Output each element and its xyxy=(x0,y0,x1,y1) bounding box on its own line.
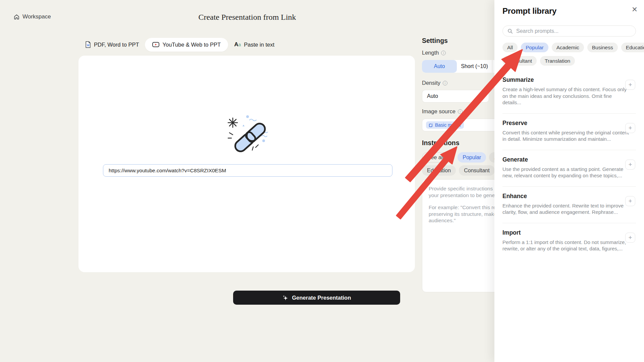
filter-chips-row1: All Popular Academic Business Education xyxy=(502,43,644,52)
filter-academic[interactable]: Academic xyxy=(552,43,584,52)
youtube-icon xyxy=(152,42,159,47)
tab-label: YouTube & Web to PPT xyxy=(162,42,221,48)
filter-popular[interactable]: Popular xyxy=(521,43,548,52)
tab-label: Paste in text xyxy=(244,42,274,48)
prompt-search[interactable] xyxy=(502,25,636,37)
prompt-item-summarize[interactable]: Summarize Create a high-level summary of… xyxy=(502,70,636,114)
density-select[interactable]: Auto xyxy=(422,90,489,103)
prompt-description: Create a high-level summary of this cont… xyxy=(502,86,631,106)
density-value: Auto xyxy=(427,93,438,99)
url-input[interactable] xyxy=(103,164,392,177)
prompt-library-title: Prompt library xyxy=(502,6,556,16)
add-prompt-button[interactable]: + xyxy=(625,80,635,90)
see-all-label: See all xyxy=(427,155,444,161)
link-input-card xyxy=(78,56,415,272)
tab-youtube-web[interactable]: YouTube & Web to PPT xyxy=(145,38,228,52)
tab-paste-text[interactable]: Aa Paste in text xyxy=(228,38,280,52)
info-icon[interactable]: i xyxy=(443,81,447,85)
prompt-name: Generate xyxy=(502,156,636,163)
length-option-short[interactable]: Short (~10) xyxy=(457,60,492,73)
prompt-list: Summarize Create a high-level summary of… xyxy=(502,70,636,259)
prompt-description: Use the provided content as a starting p… xyxy=(502,166,631,179)
source-tabs: W PDF, Word to PPT YouTube & Web to PPT … xyxy=(79,38,280,52)
prompt-library-panel: Prompt library × All Popular Academic Bu… xyxy=(494,0,644,362)
prompt-description: Perform a 1:1 import of this content. Do… xyxy=(502,239,631,252)
prompt-item-enhance[interactable]: Enhance Enhance the provided content. Re… xyxy=(502,187,636,223)
add-prompt-button[interactable]: + xyxy=(625,123,635,133)
basic-model-pill[interactable]: Basic model xyxy=(426,121,464,129)
link-chain-illustration xyxy=(225,113,275,155)
info-icon[interactable]: i xyxy=(441,51,446,55)
generate-presentation-button[interactable]: Generate Presentation xyxy=(233,291,400,305)
see-all-chip[interactable]: See all » xyxy=(422,152,454,163)
tab-label: PDF, Word to PPT xyxy=(94,42,139,48)
prompt-item-generate[interactable]: Generate Use the provided content as a s… xyxy=(502,150,636,187)
instruction-chip-consultant[interactable]: Consultant xyxy=(459,165,495,176)
add-prompt-button[interactable]: + xyxy=(625,160,635,170)
prompt-item-import[interactable]: Import Perform a 1:1 import of this cont… xyxy=(502,223,636,259)
prompt-description: Convert this content while preserving th… xyxy=(502,129,631,142)
search-icon xyxy=(507,28,513,34)
filter-consultant[interactable]: Consultant xyxy=(502,56,537,66)
prompt-name: Import xyxy=(502,229,636,236)
add-prompt-button[interactable]: + xyxy=(625,233,635,243)
density-label: Density xyxy=(422,80,440,86)
filter-chips-row2: Consultant Translation xyxy=(502,56,575,66)
filter-all[interactable]: All xyxy=(502,43,518,52)
add-prompt-button[interactable]: + xyxy=(625,196,635,206)
filter-education[interactable]: Education xyxy=(621,43,644,52)
sparkle-icon xyxy=(282,295,288,301)
prompt-name: Enhance xyxy=(502,193,636,200)
filter-business[interactable]: Business xyxy=(587,43,618,52)
close-icon[interactable]: × xyxy=(630,3,639,16)
page-title: Create Presentation from Link xyxy=(0,13,494,22)
prompt-name: Preserve xyxy=(502,120,636,127)
svg-text:W: W xyxy=(87,44,90,47)
basic-model-label: Basic model xyxy=(435,122,461,128)
filter-translation[interactable]: Translation xyxy=(540,56,575,66)
image-source-label: Image source xyxy=(422,108,455,115)
generate-button-label: Generate Presentation xyxy=(292,295,351,301)
word-doc-icon: W xyxy=(85,41,91,48)
instruction-chip-education[interactable]: Education xyxy=(422,165,456,176)
chevrons-right-icon: » xyxy=(446,155,449,160)
search-input[interactable] xyxy=(516,28,624,34)
prompt-item-preserve[interactable]: Preserve Convert this content while pres… xyxy=(502,114,636,150)
tab-pdf-word[interactable]: W PDF, Word to PPT xyxy=(79,38,145,52)
model-icon xyxy=(429,123,433,127)
length-option-auto[interactable]: Auto xyxy=(422,60,457,73)
prompt-name: Summarize xyxy=(502,76,636,83)
text-aa-icon: Aa xyxy=(234,41,241,48)
length-label: Length xyxy=(422,50,439,56)
prompt-description: Enhance the provided content. Rewrite te… xyxy=(502,202,631,216)
info-icon[interactable]: i xyxy=(458,109,463,114)
instruction-chip-popular[interactable]: Popular xyxy=(458,152,486,163)
